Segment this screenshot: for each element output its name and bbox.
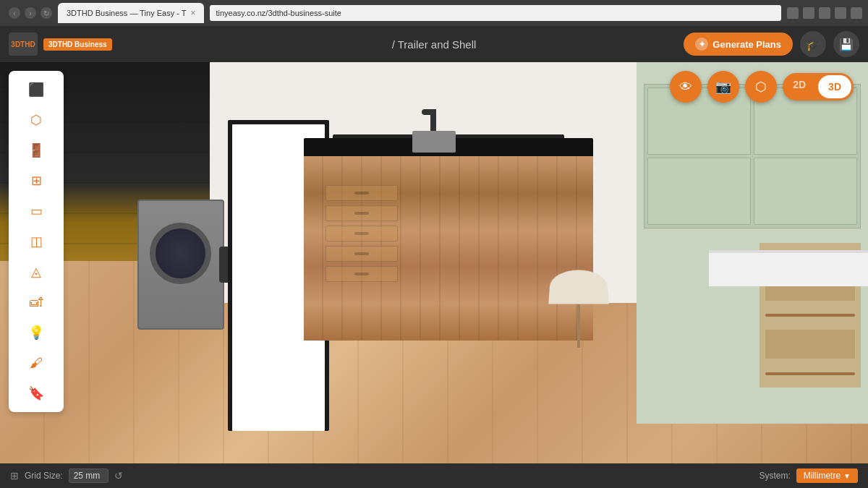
forward-button[interactable]: › [25, 7, 36, 19]
shelf-items-2 [765, 330, 855, 359]
sidebar-item-wall[interactable]: ▭ [22, 198, 51, 224]
sidebar-item-paint[interactable]: 🖌 [22, 350, 51, 376]
grid-icon: ⊞ [10, 470, 19, 481]
chevron-down-icon: ▼ [843, 472, 851, 480]
tab-close-button[interactable]: × [190, 8, 195, 18]
view-mode-button[interactable]: ⬡ [745, 71, 777, 103]
drawer-3 [326, 226, 398, 241]
refresh-button[interactable]: ↻ [41, 7, 52, 19]
help-icon: 🎓 [806, 38, 820, 51]
3d-toggle-option[interactable]: 3D [818, 75, 851, 98]
stool-seat [548, 270, 609, 304]
logo-badge: 3DTHD Business [43, 38, 112, 51]
grid-size-label: Grid Size: [25, 471, 63, 481]
sidebar-item-stairs[interactable]: ◬ [22, 259, 51, 285]
right-counter [709, 250, 868, 286]
page-title: / Trailer and Shell [392, 38, 477, 51]
shelf-2 [765, 314, 855, 317]
orbit-view-button[interactable]: 👁 [670, 71, 702, 103]
back-button[interactable]: ‹ [9, 7, 20, 19]
bottom-right: System: Millimetre ▼ [759, 468, 858, 483]
sidebar-item-furniture[interactable]: 🛋 [22, 289, 51, 315]
left-sidebar: ⬛ ⬡ 🚪 ⊞ ▭ ◫ ◬ 🛋 💡 🖌 🔖 [9, 71, 64, 412]
stool-leg [577, 304, 580, 348]
sidebar-item-door[interactable]: 🚪 [22, 137, 51, 163]
save-icon: 💾 [839, 38, 854, 51]
upper-cabinets [644, 84, 861, 228]
url-text: tinyeasy.co.nz/3dthd-business-suite [216, 9, 341, 17]
generate-plans-label: Generate Plans [712, 39, 781, 50]
sink [412, 131, 456, 153]
island-drawers [326, 185, 412, 282]
unit-label: Millimetre [804, 471, 841, 481]
save-button[interactable]: 💾 [833, 31, 859, 57]
camera-icon: 📷 [715, 79, 731, 95]
view-mode-icon: ⬡ [755, 79, 767, 95]
drawer-2 [326, 205, 398, 221]
viewport[interactable]: ⬛ ⬡ 🚪 ⊞ ▭ ◫ ◬ 🛋 💡 🖌 🔖 👁 📷 ⬡ [0, 62, 868, 463]
tab-title: 3DTHD Business — Tiny Easy - T [67, 9, 186, 17]
ext-icon-4[interactable] [835, 7, 846, 19]
logo-section: 3DTHD 3DTHD Business [9, 33, 112, 56]
reset-button[interactable]: ↺ [114, 470, 123, 481]
washer [137, 200, 224, 330]
cab-door-4 [754, 158, 857, 225]
ext-icon-2[interactable] [803, 7, 814, 19]
logo-3dthd: 3DTHD [9, 33, 38, 56]
scene [0, 62, 868, 463]
browser-chrome: ‹ › ↻ 3DTHD Business — Tiny Easy - T × t… [0, 0, 868, 26]
2d-3d-toggle[interactable]: 2D 3D [783, 73, 854, 100]
generate-plans-button[interactable]: ✦ Generate Plans [684, 33, 793, 56]
unit-select-button[interactable]: Millimetre ▼ [796, 468, 858, 483]
drawer-4 [326, 246, 398, 262]
cab-door-3 [647, 158, 751, 225]
sidebar-item-lighting[interactable]: 💡 [22, 320, 51, 346]
right-section [637, 62, 868, 424]
main-area: ⬛ ⬡ 🚪 ⊞ ▭ ◫ ◬ 🛋 💡 🖌 🔖 👁 📷 ⬡ [0, 62, 868, 463]
drawer-5 [326, 266, 398, 282]
sidebar-item-window[interactable]: ⊞ [22, 168, 51, 194]
drawer-1 [326, 185, 398, 201]
sidebar-item-floors[interactable]: ◫ [22, 228, 51, 254]
browser-controls[interactable]: ‹ › ↻ [9, 7, 52, 19]
help-button[interactable]: 🎓 [800, 31, 826, 57]
ext-icon-5[interactable] [851, 7, 862, 19]
shelf-3 [765, 372, 855, 375]
orbit-icon: 👁 [679, 80, 692, 95]
view-controls: 👁 📷 ⬡ 2D 3D [670, 71, 854, 103]
ext-icon-3[interactable] [819, 7, 830, 19]
sidebar-item-layers[interactable]: ⬛ [22, 77, 51, 103]
bottom-bar: ⊞ Grid Size: ↺ System: Millimetre ▼ [0, 463, 868, 488]
browser-actions [787, 7, 862, 19]
2d-toggle-option[interactable]: 2D [783, 73, 816, 100]
washer-drum [150, 223, 211, 284]
camera-view-button[interactable]: 📷 [707, 71, 739, 103]
app-header: 3DTHD 3DTHD Business / Trailer and Shell… [0, 26, 868, 62]
browser-tab[interactable]: 3DTHD Business — Tiny Easy - T × [58, 3, 204, 23]
sidebar-panel: ⬛ ⬡ 🚪 ⊞ ▭ ◫ ◬ 🛋 💡 🖌 🔖 [9, 71, 64, 412]
ext-icon-1[interactable] [787, 7, 799, 19]
address-bar[interactable]: tinyeasy.co.nz/3dthd-business-suite [210, 5, 781, 21]
bar-stool [550, 268, 608, 348]
system-label: System: [759, 471, 790, 481]
header-right: ✦ Generate Plans 🎓 💾 [684, 31, 859, 57]
sidebar-item-shapes[interactable]: ⬡ [22, 107, 51, 133]
sidebar-item-bookmark[interactable]: 🔖 [22, 380, 51, 406]
grid-size-input[interactable] [69, 468, 109, 483]
generate-plans-icon: ✦ [695, 38, 708, 51]
